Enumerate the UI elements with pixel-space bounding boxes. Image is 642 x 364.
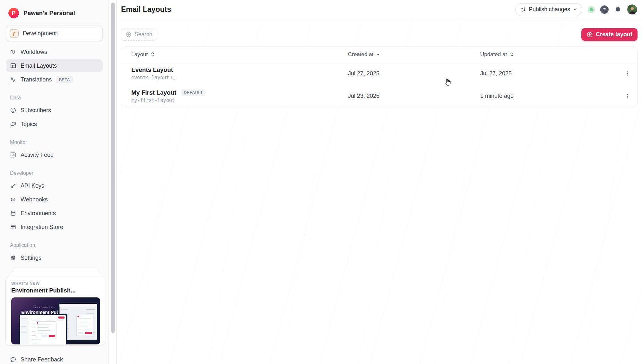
chevron-down-icon (573, 7, 577, 12)
org-switcher[interactable]: P Pawan's Personal (0, 0, 108, 18)
gear-icon (10, 255, 16, 261)
create-layout-button[interactable]: Create layout (581, 28, 638, 41)
primary-nav: Workflows Email Layouts (6, 46, 103, 86)
header-actions: Publish changes ? (515, 3, 637, 16)
sidebar-item-workflows[interactable]: Workflows (6, 46, 103, 58)
sort-desc-icon (376, 53, 380, 56)
sidebar-item-subscribers[interactable]: Subscribers (6, 104, 103, 117)
sidebar-item-topics[interactable]: Topics (6, 118, 103, 131)
toolbar: Search Create layout (121, 28, 638, 41)
table-row[interactable]: Events Layout events-layout (121, 62, 637, 85)
integration-store-icon (10, 224, 16, 230)
whats-new-card[interactable]: WHAT'S NEW Environment Publish... INTROD… (5, 276, 105, 346)
help-icon[interactable]: ? (600, 5, 609, 14)
copy-icon[interactable] (171, 75, 176, 80)
connection-status-indicator (588, 6, 595, 13)
git-branch-icon (10, 29, 19, 38)
row-menu-kebab-icon[interactable] (622, 68, 633, 79)
sidebar-section-application: Application Settings (6, 242, 103, 264)
sidebar-item-label: Subscribers (21, 107, 51, 114)
layout-slug: events-layout (131, 75, 169, 80)
share-feedback-button[interactable]: Share Feedback (6, 353, 67, 364)
sidebar-section-developer: Developer API Keys (6, 170, 103, 233)
layouts-table: Layout Created at (121, 47, 638, 107)
publish-arrows-icon (520, 7, 526, 13)
sidebar-item-label: Translations (21, 76, 52, 83)
webhook-icon (10, 196, 16, 203)
translations-icon (10, 76, 16, 83)
search-button[interactable]: Search (121, 29, 157, 41)
sidebar-item-environments[interactable]: Environments (6, 207, 103, 220)
sidebar: P Pawan's Personal Development (0, 0, 117, 364)
sort-both-icon (510, 52, 514, 57)
sidebar-item-label: Environments (21, 210, 56, 217)
whats-new-thumbnail: INTRODUCING Environment Publish Mechanis… (11, 297, 100, 344)
sidebar-item-label: Activity Feed (21, 152, 54, 158)
email-layouts-icon (10, 63, 16, 69)
created-at-value: Jul 27, 2025 (348, 70, 480, 77)
sidebar-item-webhooks[interactable]: Webhooks (6, 193, 103, 206)
table-row[interactable]: My First Layout DEFAULT my-first-layout … (121, 85, 637, 107)
sidebar-item-label: API Keys (21, 182, 44, 189)
database-icon (10, 210, 16, 216)
section-label: Developer (10, 170, 103, 176)
section-label: Data (10, 95, 103, 101)
sidebar-item-api-keys[interactable]: API Keys (6, 179, 103, 192)
section-label: Application (10, 242, 103, 248)
share-feedback-label: Share Feedback (21, 356, 63, 363)
org-avatar: P (8, 8, 19, 18)
sidebar-item-label: Topics (21, 121, 37, 128)
sidebar-scrollbar[interactable] (108, 0, 116, 364)
divider (8, 21, 105, 21)
beta-badge: BETA (56, 76, 73, 83)
layout-slug: my-first-layout (131, 97, 175, 103)
key-icon (10, 182, 16, 189)
subscribers-icon (10, 107, 16, 114)
topics-icon (10, 121, 16, 127)
section-label: Monitor (10, 140, 103, 145)
chat-bubble-icon (10, 356, 16, 363)
page-header: Email Layouts Publish changes (117, 0, 642, 19)
sidebar-item-translations[interactable]: Translations BETA (6, 73, 103, 86)
sidebar-item-label: Email Layouts (21, 63, 57, 69)
table-header-row: Layout Created at (121, 47, 637, 62)
column-header-updated-at[interactable]: Updated at (480, 51, 622, 58)
column-header-created-at[interactable]: Created at (348, 51, 480, 58)
column-label: Updated at (480, 51, 507, 58)
layout-name[interactable]: My First Layout (131, 89, 176, 96)
sidebar-section-monitor: Monitor Activity Feed (6, 140, 103, 161)
org-name: Pawan's Personal (23, 10, 75, 17)
user-avatar[interactable] (627, 4, 637, 14)
row-menu-kebab-icon[interactable] (622, 91, 633, 102)
sidebar-item-label: Workflows (21, 49, 47, 55)
sidebar-section-data: Data Subscribers (6, 95, 103, 131)
whats-new-eyebrow: WHAT'S NEW (11, 281, 100, 286)
sidebar-item-settings[interactable]: Settings (6, 251, 103, 264)
publish-changes-button[interactable]: Publish changes (515, 3, 582, 16)
environment-switcher[interactable]: Development (6, 26, 103, 41)
page-title: Email Layouts (121, 5, 515, 14)
app-window: P Pawan's Personal Development (0, 0, 642, 364)
svg-text:INTRODUCING: INTRODUCING (33, 306, 55, 309)
activity-feed-icon (10, 152, 16, 158)
workflows-icon (10, 49, 16, 55)
sidebar-item-label: Integration Store (21, 224, 63, 231)
environment-name: Development (23, 30, 57, 37)
sidebar-scrollbar-thumb[interactable] (111, 3, 115, 333)
updated-at-value: 1 minute ago (480, 93, 622, 99)
layout-name[interactable]: Events Layout (131, 66, 173, 73)
plus-circle-icon (126, 31, 132, 38)
notifications-bell-icon[interactable] (614, 6, 622, 13)
sidebar-item-integration-store[interactable]: Integration Store (6, 221, 103, 233)
publish-changes-label: Publish changes (529, 6, 570, 13)
sidebar-item-activity-feed[interactable]: Activity Feed (6, 148, 103, 161)
sidebar-item-email-layouts[interactable]: Email Layouts (6, 59, 103, 72)
column-header-layout[interactable]: Layout (121, 51, 348, 58)
column-label: Layout (131, 51, 148, 58)
updated-at-value: Jul 27, 2025 (480, 70, 622, 77)
search-label: Search (134, 31, 152, 38)
content-area: Search Create layout Layout (117, 19, 642, 107)
plus-circle-icon (586, 31, 593, 38)
whats-new-title: Environment Publish... (11, 287, 100, 294)
sort-both-icon (151, 52, 155, 57)
